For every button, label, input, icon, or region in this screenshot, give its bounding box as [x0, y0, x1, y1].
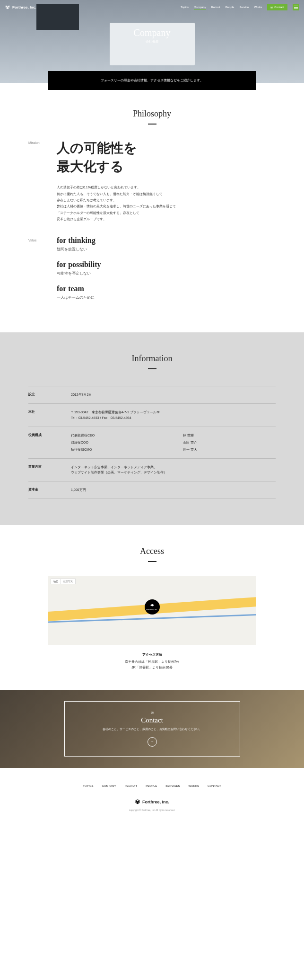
nav-contact-button[interactable]: ✉Contact [267, 4, 287, 10]
table-row: 設立2012年7月2日 [28, 386, 276, 404]
map[interactable]: 地図 航空写真 Forthree, Inc. [48, 576, 256, 645]
table-row: 事業内容インターネット広告事業、インターネットメディア事業、 ウェブサイト制作事… [28, 459, 276, 482]
information-section: Information 設立2012年7月2日 本社〒153-0042 東京都目… [0, 332, 304, 525]
officer-name: 山田 英介 [183, 440, 276, 445]
map-pin[interactable]: Forthree, Inc. [145, 599, 160, 615]
footer-nav-item[interactable]: WORKS [188, 784, 199, 787]
site-header: Forthree, Inc. Topics Company Recruit Pe… [0, 0, 304, 14]
row-label: 役員構成 [28, 433, 71, 453]
nav-recruit[interactable]: Recruit [211, 6, 220, 9]
nav-service[interactable]: Service [239, 6, 249, 9]
page-title: Company [134, 27, 171, 38]
map-pin-label: Forthree, Inc. [147, 608, 158, 611]
footer-nav-item[interactable]: PEOPLE [146, 784, 157, 787]
information-title: Information [28, 354, 276, 369]
map-tab-map[interactable]: 地図 [51, 579, 61, 584]
officer-role: 代表取締役CEO [71, 433, 174, 438]
value-text: 可能性を否定しない [57, 271, 276, 276]
mission-row: Mission 人の可能性を 最大化する 人の遺伝子の差は0.1%程度しかないと… [28, 139, 276, 222]
row-value: 1,000万円 [71, 487, 276, 493]
mission-heading: 人の可能性を 最大化する [57, 139, 276, 176]
contact-box[interactable]: Contact 会社のこと、サービスのこと、採用のこと、お気軽にお問い合わせくだ… [64, 701, 240, 757]
access-heading: アクセス方法 [0, 652, 304, 658]
contact-body: 会社のこと、サービスのこと、採用のこと、お気軽にお問い合わせください。 [103, 727, 202, 731]
officer-name: 世一 英大 [183, 447, 276, 453]
row-label: 設立 [28, 392, 71, 398]
mail-icon: ✉ [270, 6, 273, 9]
philosophy-section: Philosophy Mission 人の可能性を 最大化する 人の遺伝子の差は… [0, 90, 304, 332]
row-label: 事業内容 [28, 464, 71, 476]
table-row: 役員構成 代表取締役CEO林 英輝 取締役COO山田 英介 執行役員CMO世一 … [28, 427, 276, 459]
table-row: 資本金1,000万円 [28, 481, 276, 499]
officer-name: 林 英輝 [183, 433, 276, 438]
value-heading: for thinking [57, 236, 276, 245]
hero-lead: フォースリーの理念や会社情報、アクセス情報などをご紹介します。 [48, 71, 256, 90]
contact-label: Contact [274, 6, 284, 9]
value-text: 疑問を放置しない [57, 247, 276, 252]
logo-icon [135, 799, 140, 805]
footer-nav-item[interactable]: RECRUIT [124, 784, 137, 787]
access-info: アクセス方法 京王井の頭線「神泉駅」より徒歩7分 JR「渋谷駅」より徒歩10分 [0, 652, 304, 671]
logo-icon [5, 4, 10, 10]
value-item: for thinking疑問を放置しない [57, 236, 276, 252]
value-label: Value [28, 236, 57, 309]
site-footer: TOPICS COMPANY RECRUIT PEOPLE SERVICES W… [0, 768, 304, 819]
info-table: 設立2012年7月2日 本社〒153-0042 東京都目黒区青葉台4-7-1 プ… [28, 386, 276, 499]
footer-nav-item[interactable]: CONTACT [208, 784, 221, 787]
access-section: Access 地図 航空写真 Forthree, Inc. アクセス方法 京王井… [0, 525, 304, 690]
hero-title: Company 会社概要 [134, 27, 171, 44]
contact-title: Contact [103, 711, 202, 724]
value-heading: for team [57, 285, 276, 293]
row-label: 本社 [28, 410, 71, 421]
footer-logo-text: Forthree, Inc. [142, 800, 169, 804]
footer-logo[interactable]: Forthree, Inc. [0, 799, 304, 805]
nav-works[interactable]: Works [254, 6, 262, 9]
row-value: インターネット広告事業、インターネットメディア事業、 ウェブサイト制作事業（企画… [71, 464, 276, 476]
hamburger-menu-button[interactable] [293, 4, 299, 10]
hero-section: Forthree, Inc. Topics Company Recruit Pe… [0, 0, 304, 83]
nav-people[interactable]: People [226, 6, 235, 9]
row-value: 2012年7月2日 [71, 392, 276, 398]
logo-icon [150, 604, 155, 608]
footer-nav: TOPICS COMPANY RECRUIT PEOPLE SERVICES W… [0, 784, 304, 787]
access-line: JR「渋谷駅」より徒歩10分 [0, 665, 304, 671]
value-item: for possibility可能性を否定しない [57, 260, 276, 276]
nav-company[interactable]: Company [194, 6, 206, 9]
access-line: 京王井の頭線「神泉駅」より徒歩7分 [0, 659, 304, 665]
philosophy-title: Philosophy [28, 109, 276, 125]
row-value: 〒153-0042 東京都目黒区青葉台4-7-1 プラトーヴェール7F Tel：… [71, 410, 276, 421]
copyright: copyright © Forthree, Inc All rights res… [0, 809, 304, 811]
row-label: 資本金 [28, 487, 71, 493]
map-tabs: 地図 航空写真 [51, 579, 76, 584]
nav-topics[interactable]: Topics [181, 6, 189, 9]
arrow-right-icon: → [148, 737, 157, 747]
value-row: Value for thinking疑問を放置しない for possibili… [28, 236, 276, 309]
footer-nav-item[interactable]: TOPICS [83, 784, 93, 787]
value-item: for team一人はチームのために [57, 285, 276, 300]
officer-role: 取締役COO [71, 440, 174, 445]
value-heading: for possibility [57, 260, 276, 269]
officer-role: 執行役員CMO [71, 447, 174, 453]
table-row: 本社〒153-0042 東京都目黒区青葉台4-7-1 プラトーヴェール7F Te… [28, 404, 276, 427]
footer-nav-item[interactable]: SERVICES [165, 784, 180, 787]
mission-label: Mission [28, 139, 57, 222]
page-subtitle: 会社概要 [134, 39, 171, 44]
footer-nav-item[interactable]: COMPANY [102, 784, 116, 787]
map-tab-satellite[interactable]: 航空写真 [61, 579, 75, 584]
access-title: Access [0, 546, 304, 562]
main-nav: Topics Company Recruit People Service Wo… [181, 4, 299, 10]
header-logo[interactable]: Forthree, Inc. [5, 4, 36, 10]
logo-text: Forthree, Inc. [12, 5, 36, 9]
contact-section: Contact 会社のこと、サービスのこと、採用のこと、お気軽にお問い合わせくだ… [0, 690, 304, 768]
mission-body: 人の遺伝子の差は0.1%程度しかないと言われています。 何かに優れた人も、そうで… [57, 184, 276, 222]
officers-list: 代表取締役CEO林 英輝 取締役COO山田 英介 執行役員CMO世一 英大 [71, 433, 276, 453]
value-text: 一人はチームのために [57, 295, 276, 300]
